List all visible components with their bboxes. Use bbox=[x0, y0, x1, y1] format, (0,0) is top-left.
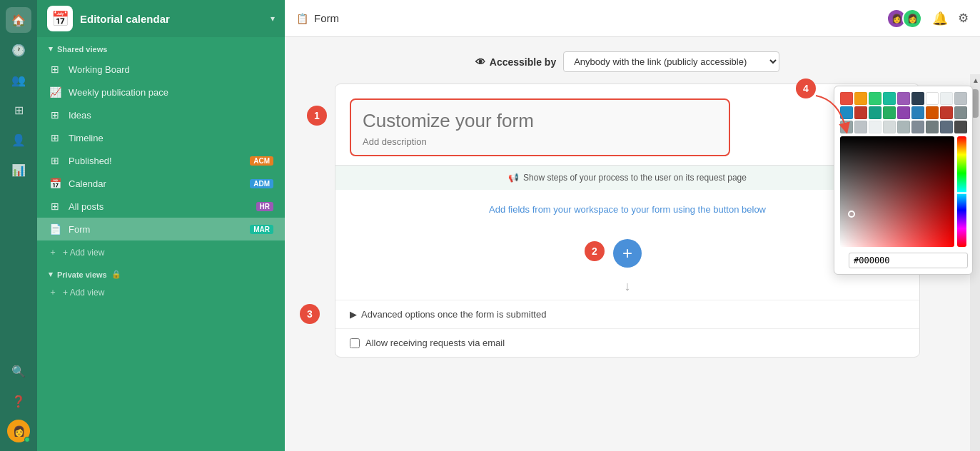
search-icon[interactable]: 🔍 bbox=[6, 358, 31, 384]
chart-icon: 📈 bbox=[49, 86, 61, 98]
grid-icon: ⊞ bbox=[49, 64, 61, 75]
sidebar-header: 📅 Editorial calendar ▾ bbox=[37, 0, 285, 37]
color-hex-input[interactable] bbox=[849, 253, 968, 268]
hue-strip[interactable] bbox=[957, 136, 966, 247]
color-gradient-picker[interactable] bbox=[840, 136, 954, 247]
chevron-down-icon: ▾ bbox=[49, 44, 53, 54]
scroll-up-button[interactable]: ▲ bbox=[970, 74, 980, 86]
swatch[interactable] bbox=[854, 106, 867, 119]
step-badge-4: 4 bbox=[796, 78, 816, 98]
swatch[interactable] bbox=[940, 121, 953, 133]
sidebar-item-all-posts[interactable]: ⊞ All posts HR bbox=[37, 195, 285, 218]
shared-views-section: ▾ Shared views bbox=[37, 37, 285, 56]
swatch[interactable] bbox=[926, 92, 939, 105]
form-title-box[interactable] bbox=[350, 98, 730, 156]
add-view-private[interactable]: ＋ + Add view bbox=[37, 282, 285, 303]
swatch[interactable] bbox=[954, 92, 967, 105]
page-title: Form bbox=[314, 12, 339, 24]
accessible-by-select[interactable]: Anybody with the link (publicly accessib… bbox=[563, 51, 779, 72]
sidebar-avatar[interactable]: 👩 bbox=[6, 418, 31, 444]
color-preview-row bbox=[840, 253, 966, 268]
swatch[interactable] bbox=[911, 92, 924, 105]
mar-badge: MAR bbox=[250, 225, 273, 234]
arrow-4 bbox=[796, 93, 853, 136]
swatch[interactable] bbox=[926, 106, 939, 119]
title-dropdown-icon[interactable]: ▾ bbox=[271, 14, 275, 24]
lock-icon: 🔒 bbox=[111, 270, 121, 279]
help-icon[interactable]: ❓ bbox=[6, 388, 31, 414]
swatch[interactable] bbox=[911, 106, 924, 119]
grid-icon: ⊞ bbox=[49, 155, 61, 166]
swatch[interactable] bbox=[897, 92, 910, 105]
home-icon[interactable]: 🏠 bbox=[6, 7, 31, 33]
step-badge-2: 2 bbox=[585, 241, 605, 261]
app-logo: 📅 bbox=[47, 6, 73, 31]
swatch[interactable] bbox=[954, 121, 967, 133]
swatch[interactable] bbox=[926, 121, 939, 133]
users-icon[interactable]: 👥 bbox=[6, 67, 31, 93]
notification-bell-icon[interactable]: 🔔 bbox=[932, 11, 948, 26]
swatch[interactable] bbox=[911, 121, 924, 133]
form-title-input[interactable] bbox=[363, 110, 717, 132]
add-field-button[interactable]: + bbox=[613, 239, 642, 268]
calendar-icon: 📅 bbox=[49, 178, 61, 189]
swatch[interactable] bbox=[883, 121, 896, 133]
gradient-cursor bbox=[848, 211, 855, 218]
form-description-input[interactable] bbox=[363, 136, 717, 147]
accessible-by-label: Accessible by bbox=[490, 56, 556, 68]
private-views-section: ▾ Private views 🔒 bbox=[37, 263, 285, 282]
topbar-form-icon: 📋 bbox=[296, 13, 308, 24]
clock-icon[interactable]: 🕐 bbox=[6, 37, 31, 63]
plus-icon: ＋ bbox=[49, 246, 57, 258]
step-badge-1: 1 bbox=[307, 106, 327, 126]
settings-gear-icon[interactable]: ⚙ bbox=[958, 11, 969, 26]
swatch[interactable] bbox=[869, 106, 882, 119]
user-avatars: 👩 👩 bbox=[886, 9, 922, 29]
chart-icon[interactable]: 📊 bbox=[6, 157, 31, 183]
swatch[interactable] bbox=[869, 121, 882, 133]
down-arrow: ↓ bbox=[335, 273, 919, 300]
swatch[interactable] bbox=[854, 121, 867, 133]
hr-badge: HR bbox=[256, 202, 273, 211]
allow-email-label: Allow receiving requests via email bbox=[365, 338, 505, 348]
swatch[interactable] bbox=[940, 92, 953, 105]
add-fields-hint: Add fields from your workspace to your f… bbox=[335, 190, 919, 229]
add-view-shared[interactable]: ＋ + Add view bbox=[37, 242, 285, 263]
sidebar-item-calendar[interactable]: 📅 Calendar ADM bbox=[37, 172, 285, 195]
swatch[interactable] bbox=[883, 92, 896, 105]
timeline-icon: ⊞ bbox=[49, 132, 61, 143]
sidebar-item-weekly-pace[interactable]: 📈 Weekly publication pace bbox=[37, 81, 285, 103]
adm-badge: ADM bbox=[250, 179, 273, 188]
swatch[interactable] bbox=[883, 106, 896, 119]
advanced-options-toggle[interactable]: ▶ Advanced options once the form is subm… bbox=[335, 300, 919, 328]
color-picker-panel bbox=[834, 86, 973, 275]
color-swatches bbox=[840, 92, 966, 133]
topbar: 📋 Form 👩 👩 🔔 ⚙ bbox=[285, 0, 980, 37]
sidebar-item-ideas[interactable]: ⊞ Ideas bbox=[37, 103, 285, 126]
grid-icon[interactable]: ⊞ bbox=[6, 97, 31, 123]
allow-email-checkbox[interactable] bbox=[350, 338, 360, 348]
person-icon[interactable]: 👤 bbox=[6, 127, 31, 153]
acm-badge: ACM bbox=[250, 156, 273, 166]
swatch[interactable] bbox=[897, 121, 910, 133]
swatch[interactable] bbox=[897, 106, 910, 119]
swatch[interactable] bbox=[854, 92, 867, 105]
hue-cursor bbox=[956, 192, 968, 194]
chevron-down-icon: ▾ bbox=[49, 270, 53, 279]
swatch[interactable] bbox=[954, 106, 967, 119]
sidebar-item-form[interactable]: 📄 Form MAR bbox=[37, 218, 285, 240]
sidebar-item-published[interactable]: ⊞ Published! ACM bbox=[37, 149, 285, 172]
form-icon: 📄 bbox=[49, 223, 61, 235]
step-badge-3: 3 bbox=[300, 304, 320, 324]
swatch[interactable] bbox=[869, 92, 882, 105]
step-hint: 📢 Show steps of your process to the user… bbox=[335, 165, 919, 190]
sidebar-item-timeline[interactable]: ⊞ Timeline bbox=[37, 126, 285, 149]
sidebar-item-working-board[interactable]: ⊞ Working Board bbox=[37, 58, 285, 81]
chevron-right-icon: ▶ bbox=[350, 309, 357, 320]
grid-icon: ⊞ bbox=[49, 109, 61, 121]
swatch[interactable] bbox=[940, 106, 953, 119]
allow-email-row: Allow receiving requests via email bbox=[335, 328, 919, 357]
accessible-by-bar: 👁 Accessible by Anybody with the link (p… bbox=[306, 51, 949, 72]
plus-icon: ＋ bbox=[49, 286, 57, 298]
eye-icon: 👁 bbox=[475, 56, 485, 68]
